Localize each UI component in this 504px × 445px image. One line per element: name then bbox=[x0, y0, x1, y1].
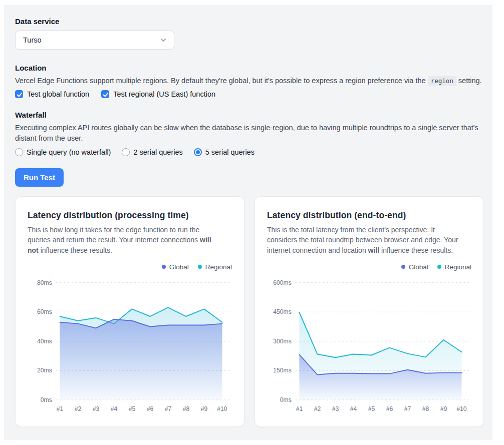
legend-item-regional: Regional bbox=[437, 263, 471, 271]
svg-text:#2: #2 bbox=[314, 405, 321, 412]
svg-text:0ms: 0ms bbox=[41, 396, 52, 403]
svg-text:#6: #6 bbox=[147, 405, 154, 412]
radio-label: 5 serial queries bbox=[205, 148, 255, 156]
svg-text:#9: #9 bbox=[440, 405, 447, 412]
chart-title: Latency distribution (processing time) bbox=[28, 210, 232, 221]
chevron-down-icon bbox=[159, 36, 167, 44]
chart-title: Latency distribution (end-to-end) bbox=[267, 210, 471, 221]
radio-icon[interactable] bbox=[122, 148, 130, 156]
radio-label: Single query (no waterfall) bbox=[27, 148, 111, 156]
chart-legend: Global Regional bbox=[28, 263, 232, 271]
svg-text:#8: #8 bbox=[183, 405, 190, 412]
svg-text:60ms: 60ms bbox=[37, 308, 52, 315]
waterfall-heading: Waterfall bbox=[15, 111, 484, 119]
legend-dot-global bbox=[162, 265, 166, 269]
legend-dot-regional bbox=[437, 265, 441, 269]
data-service-selected-value: Turso bbox=[23, 36, 42, 44]
svg-text:#8: #8 bbox=[422, 405, 429, 412]
radio-label: 2 serial queries bbox=[133, 148, 182, 156]
svg-text:#10: #10 bbox=[217, 405, 227, 412]
waterfall-description: Executing complex API routes globally ca… bbox=[15, 123, 484, 144]
radio-single-query[interactable]: Single query (no waterfall) bbox=[15, 148, 111, 156]
svg-text:#4: #4 bbox=[111, 405, 118, 412]
legend-item-global: Global bbox=[162, 263, 189, 271]
svg-text:#6: #6 bbox=[386, 405, 393, 412]
svg-text:#9: #9 bbox=[201, 405, 208, 412]
svg-text:#3: #3 bbox=[332, 405, 339, 412]
checkbox-test-global-function[interactable]: Test global function bbox=[15, 90, 89, 98]
checkbox-test-regional-function[interactable]: Test regional (US East) function bbox=[101, 90, 215, 98]
chart-description: This is how long it takes for the edge f… bbox=[28, 225, 219, 255]
svg-text:#7: #7 bbox=[165, 405, 172, 412]
location-heading: Location bbox=[15, 64, 484, 72]
svg-text:80ms: 80ms bbox=[37, 279, 52, 286]
svg-text:#1: #1 bbox=[57, 405, 64, 412]
svg-text:#5: #5 bbox=[368, 405, 375, 412]
svg-text:#5: #5 bbox=[129, 405, 136, 412]
svg-text:20ms: 20ms bbox=[37, 367, 52, 374]
legend-label: Global bbox=[409, 263, 428, 271]
svg-text:40ms: 40ms bbox=[37, 338, 52, 345]
legend-dot-regional bbox=[198, 265, 202, 269]
checkbox-label: Test regional (US East) function bbox=[113, 90, 215, 98]
data-service-heading: Data service bbox=[15, 17, 484, 26]
location-checkbox-row: Test global function Test regional (US E… bbox=[15, 90, 484, 98]
checkbox-icon[interactable] bbox=[101, 90, 109, 98]
run-test-button[interactable]: Run Test bbox=[15, 168, 64, 187]
location-section: Location Vercel Edge Functions support m… bbox=[15, 64, 484, 98]
radio-5-serial-queries[interactable]: 5 serial queries bbox=[194, 148, 255, 156]
data-service-select[interactable]: Turso bbox=[15, 31, 174, 50]
svg-text:600ms: 600ms bbox=[273, 279, 292, 286]
svg-text:#1: #1 bbox=[296, 405, 303, 412]
radio-icon[interactable] bbox=[194, 148, 202, 156]
svg-text:#3: #3 bbox=[93, 405, 100, 412]
radio-2-serial-queries[interactable]: 2 serial queries bbox=[122, 148, 182, 156]
svg-text:300ms: 300ms bbox=[273, 338, 292, 345]
main-panel: Data service Turso Location Vercel Edge … bbox=[4, 5, 492, 440]
charts-grid: Latency distribution (processing time) T… bbox=[15, 196, 484, 427]
svg-text:450ms: 450ms bbox=[273, 308, 292, 315]
svg-text:#2: #2 bbox=[75, 405, 82, 412]
latency-chart-end-to-end: 0ms150ms300ms450ms600ms#1#2#3#4#5#6#7#8#… bbox=[267, 276, 471, 417]
legend-item-regional: Regional bbox=[198, 263, 232, 271]
svg-text:150ms: 150ms bbox=[273, 367, 292, 374]
chart-card-end-to-end: Latency distribution (end-to-end) This i… bbox=[255, 196, 484, 427]
svg-text:#7: #7 bbox=[404, 405, 411, 412]
svg-text:#10: #10 bbox=[456, 405, 467, 412]
location-description: Vercel Edge Functions support multiple r… bbox=[15, 76, 484, 86]
radio-icon[interactable] bbox=[15, 148, 23, 156]
checkbox-icon[interactable] bbox=[15, 90, 23, 98]
legend-item-global: Global bbox=[401, 263, 428, 271]
legend-label: Global bbox=[169, 263, 189, 271]
waterfall-section: Waterfall Executing complex API routes g… bbox=[15, 111, 484, 156]
checkbox-label: Test global function bbox=[27, 90, 89, 98]
svg-text:#4: #4 bbox=[350, 405, 357, 412]
data-service-section: Data service Turso bbox=[15, 17, 484, 50]
svg-text:0ms: 0ms bbox=[280, 396, 292, 403]
inline-code-chip: region bbox=[428, 76, 456, 86]
chart-card-processing-time: Latency distribution (processing time) T… bbox=[15, 196, 244, 427]
waterfall-radio-row: Single query (no waterfall) 2 serial que… bbox=[15, 148, 484, 156]
latency-chart-processing-time: 0ms20ms40ms60ms80ms#1#2#3#4#5#6#7#8#9#10 bbox=[28, 276, 232, 417]
legend-dot-global bbox=[401, 265, 405, 269]
legend-label: Regional bbox=[205, 263, 232, 271]
chart-description: This is the total latency from the clien… bbox=[267, 225, 458, 255]
chart-legend: Global Regional bbox=[267, 263, 471, 271]
legend-label: Regional bbox=[445, 263, 471, 271]
